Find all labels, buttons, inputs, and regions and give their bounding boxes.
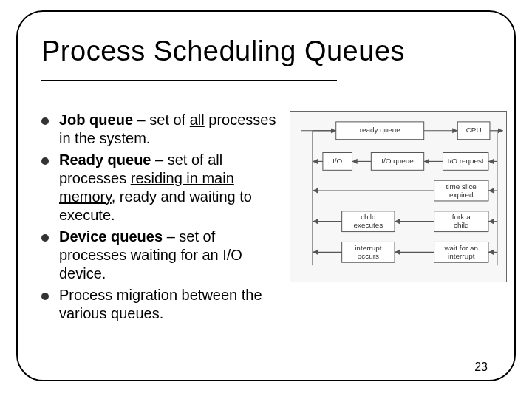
box-cpu: CPU xyxy=(466,126,482,134)
slide-title: Process Scheduling Queues xyxy=(41,35,405,67)
bullet-rest: Process migration between the various qu… xyxy=(59,287,262,321)
box-io: I/O xyxy=(332,157,343,165)
list-item: Process migration between the various qu… xyxy=(41,286,285,323)
page-number: 23 xyxy=(474,361,488,374)
box-fork-2: child xyxy=(454,221,468,229)
box-wait-int-2: interrupt xyxy=(448,252,475,260)
box-int-occurs-1: interrupt xyxy=(355,244,382,252)
bullet-term: Job queue xyxy=(59,112,133,128)
bullet-term: Ready queue xyxy=(59,151,151,168)
slide: Process Scheduling Queues Job queue – se… xyxy=(0,0,532,399)
box-time-slice-1: time slice xyxy=(446,183,477,191)
box-time-slice-2: expired xyxy=(449,191,474,199)
box-int-occurs-2: occurs xyxy=(358,252,379,260)
bullet-term: Device queues xyxy=(59,228,163,245)
box-wait-int-1: wait for an xyxy=(443,244,478,252)
bullet-list-container: Job queue – set of all processes in the … xyxy=(41,111,285,326)
box-fork-1: fork a xyxy=(452,213,471,221)
list-item: Device queues – set of processes waiting… xyxy=(41,228,285,283)
box-child-exec-2: executes xyxy=(354,221,383,229)
bullet-list: Job queue – set of all processes in the … xyxy=(41,111,285,323)
queue-diagram: ready queue CPU I/O I/O queue I/O reques… xyxy=(290,111,507,282)
box-io-queue: I/O queue xyxy=(381,157,414,165)
box-child-exec-1: child xyxy=(361,213,375,221)
list-item: Job queue – set of all processes in the … xyxy=(41,111,285,148)
diagram-svg: ready queue CPU I/O I/O queue I/O reques… xyxy=(290,112,506,282)
list-item: Ready queue – set of all processes resid… xyxy=(41,151,285,225)
box-io-request: I/O request xyxy=(448,157,484,165)
title-underline xyxy=(41,80,337,81)
box-ready-queue: ready queue xyxy=(360,126,401,134)
